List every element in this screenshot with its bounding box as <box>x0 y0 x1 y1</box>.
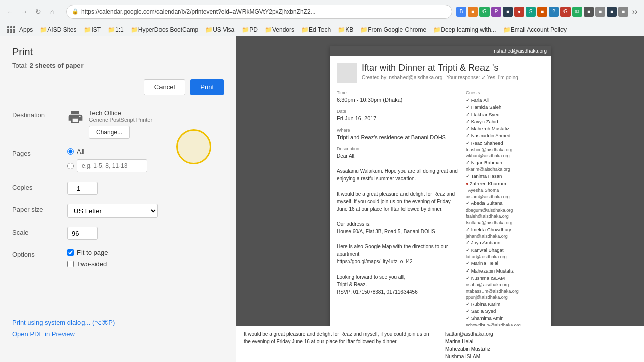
time-value: 6:30pm - 10:30pm (Dhaka) <box>337 96 459 104</box>
event-card: nshahed@aisdhaka.org Iftar with Dinner a… <box>330 46 551 350</box>
guest-nigar: Nigar Rahman <box>466 159 544 166</box>
bookmark-edtech[interactable]: 📁 Ed Tech <box>298 25 334 34</box>
guest-fsaleh: fsaleh@aisdhaka.org <box>466 213 544 220</box>
bookmark-hyperdocs[interactable]: 📁 HyperDocs BootCamp <box>128 25 201 34</box>
print-button[interactable]: Print <box>190 79 224 95</box>
bottom-guest-2: Marina Helal <box>445 338 637 345</box>
bottom-right-content: It would be a great pleasure and delight… <box>236 326 644 362</box>
scale-row: Scale <box>12 227 224 240</box>
guest-zafreen: ● Zafreen Khurrum <box>466 180 544 187</box>
guest-kanwal: Kanwal Bhagat <box>466 247 544 254</box>
reload-button[interactable]: ↻ <box>32 6 44 18</box>
change-button[interactable]: Change... <box>89 126 130 139</box>
options-label: Options <box>12 249 67 258</box>
bottom-guest-4: Nushma ISLAM <box>445 353 637 360</box>
two-sided-checkbox[interactable] <box>67 261 74 267</box>
apps-button[interactable]: Apps <box>4 25 36 34</box>
card-header: nshahed@aisdhaka.org <box>330 46 551 56</box>
bottom-desc-col: It would be a great pleasure and delight… <box>244 330 435 362</box>
pages-input[interactable] <box>77 159 147 172</box>
pages-all-radio[interactable] <box>67 148 74 155</box>
guest-lattar: lattar@aisdhaka.org <box>466 254 544 260</box>
guest-hamida: Hamida Saleh <box>466 104 544 111</box>
guest-ntabassum: ntabassum@aisdhaka.org <box>466 288 544 295</box>
bookmark-11[interactable]: 📁 1:1 <box>105 25 127 34</box>
guest-dbegum: dbegum@aisdhaka.org <box>466 207 544 214</box>
guest-jahan: jahan@aisdhaka.org <box>466 233 544 240</box>
scale-input[interactable] <box>67 227 98 240</box>
more-ext[interactable]: ›› <box>630 7 640 17</box>
date-value: Fri Jun 16, 2017 <box>337 115 459 122</box>
guest-nsaha: nsaha@aisdhaka.org <box>466 282 544 288</box>
printer-icon <box>67 109 84 125</box>
copies-input[interactable] <box>67 182 98 195</box>
paper-size-select[interactable]: US Letter <box>67 204 158 218</box>
bookmark-aisd-sites[interactable]: 📁 AISD Sites <box>37 25 79 34</box>
ext-10: 92 <box>572 7 582 17</box>
time-label: Time <box>337 90 459 95</box>
ext-bookmark: B <box>456 7 466 17</box>
page-content: Print Total: 2 sheets of paper Cancel Pr… <box>0 36 644 362</box>
home-button[interactable]: ⌂ <box>46 6 58 18</box>
guest-joya: Joya Ambarin <box>466 239 544 246</box>
options-control: Fit to page Two-sided <box>67 249 224 268</box>
event-details: Time 6:30pm - 10:30pm (Dhaka) Date Fri J… <box>337 90 544 343</box>
guest-mahezabin: Mahezabin Mustafiz <box>466 267 544 275</box>
fit-to-page-option[interactable]: Fit to page <box>67 249 224 256</box>
bookmark-usvisa[interactable]: 📁 US Visa <box>202 25 237 34</box>
address-bar[interactable]: 🔒 https://calendar.google.com/calendar/b… <box>66 5 452 19</box>
ext-2: G <box>479 7 490 17</box>
browser-chrome: ← → ↻ ⌂ 🔒 https://calendar.google.com/ca… <box>0 0 644 23</box>
guest-abeda: Abeda Sultana <box>466 200 544 207</box>
date-label: Date <box>337 109 459 114</box>
guest-sadia: Sadia Syed <box>466 308 544 315</box>
guests-title: Guests <box>466 90 544 95</box>
system-dialog-link[interactable]: Print using system dialog... (⌥⌘P) <box>12 319 115 326</box>
back-button[interactable]: ← <box>4 6 16 18</box>
bookmark-email-policy[interactable]: 📁 Email Account Policy <box>500 25 570 34</box>
highlight-circle <box>176 129 211 164</box>
bottom-desc-text: It would be a great pleasure and delight… <box>244 331 429 344</box>
copies-row: Copies <box>12 182 224 195</box>
ext-1: ■ <box>468 7 478 17</box>
guest-nushma: Nushma ISLAM <box>466 275 544 282</box>
bookmark-kb[interactable]: 📁 KB <box>335 25 356 34</box>
guest-wkhan: wkhan@aisdhaka.org <box>466 153 544 159</box>
all-label: All <box>77 148 84 155</box>
two-sided-option[interactable]: Two-sided <box>67 260 224 268</box>
guest-fsultana: fsultana@aisdhaka.org <box>466 220 544 226</box>
guest-ayesha: Ayesha Shoma <box>466 187 544 194</box>
pages-custom-radio[interactable] <box>67 163 74 169</box>
description-text: Dear All, Assalamu Walaikum. Hope you ar… <box>337 152 459 296</box>
options-row: Options Fit to page Two-sided <box>12 249 224 268</box>
event-title: Iftar with Dinner at Tripti & Reaz 's <box>362 63 518 74</box>
ext-4: ■ <box>503 7 513 17</box>
paper-size-label: Paper size <box>12 204 67 213</box>
event-title-info: Iftar with Dinner at Tripti & Reaz 's Cr… <box>362 63 518 80</box>
event-meta: Created by: nshahed@aisdhaka.org Your re… <box>362 75 518 80</box>
guest-tanima: Tanima Hasan <box>466 173 544 180</box>
copies-control <box>67 182 224 195</box>
forward-button[interactable]: → <box>18 6 30 18</box>
fit-to-page-label: Fit to page <box>77 249 108 256</box>
bookmark-deep-learning[interactable]: 📁 Deep learning with... <box>430 25 499 34</box>
bookmark-from-chrome[interactable]: 📁 From Google Chrome <box>357 25 429 34</box>
guest-nkarim: nkarim@aisdhaka.org <box>466 166 544 173</box>
guest-shamima: Shamima Amin <box>466 315 544 322</box>
total-value: 2 sheets of paper <box>30 62 84 69</box>
open-pdf-link[interactable]: Open PDF in Preview <box>12 330 115 338</box>
cancel-button[interactable]: Cancel <box>144 79 185 95</box>
ext-13: ■ <box>607 7 617 17</box>
bookmark-ist[interactable]: 📁 IST <box>80 25 104 34</box>
fit-to-page-checkbox[interactable] <box>67 249 74 256</box>
ext-8: ? <box>549 7 559 17</box>
printer-sub: Generic PostScript Printer <box>89 117 152 123</box>
print-preview: nshahed@aisdhaka.org Iftar with Dinner a… <box>236 36 644 362</box>
ext-11: ■ <box>584 7 594 17</box>
browser-extensions: B ■ G P ■ ● S ■ ? G 92 ■ ■ ■ ■ ›› <box>456 7 640 17</box>
bookmark-pd[interactable]: 📁 PD <box>238 25 261 34</box>
guest-rubina: Rubina Karim <box>466 301 544 308</box>
browser-nav[interactable]: ← → ↻ ⌂ <box>4 6 58 18</box>
print-title: Print <box>12 46 224 58</box>
bookmark-vendors[interactable]: 📁 Vendors <box>262 25 297 34</box>
